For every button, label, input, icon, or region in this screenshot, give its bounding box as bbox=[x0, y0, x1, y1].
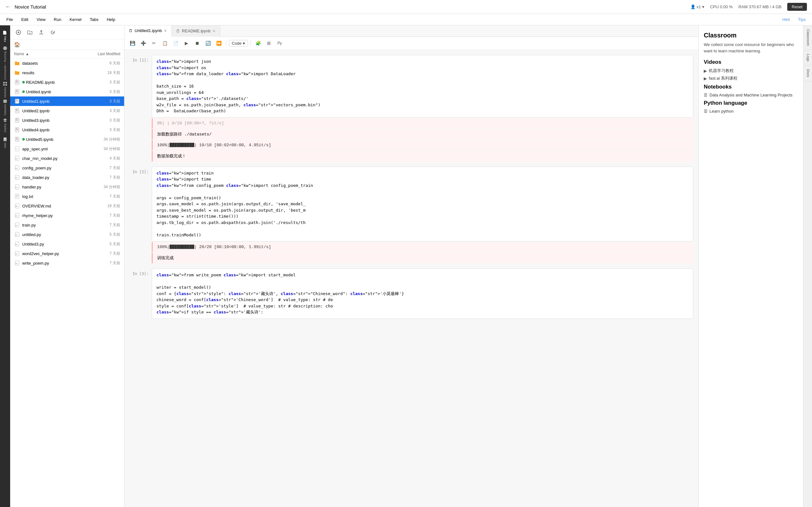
file-item[interactable]: py word2vec_helper.py 7 天前 bbox=[10, 249, 124, 258]
notebook-tab[interactable]: 🗒 README.ipynb ✕ bbox=[172, 25, 220, 37]
far-right-tab[interactable]: Logs bbox=[803, 50, 812, 66]
new-folder-button[interactable] bbox=[25, 28, 34, 37]
tab-icon: 🗒 bbox=[129, 29, 133, 33]
user-info[interactable]: 👤 x1 ▾ bbox=[691, 4, 704, 9]
file-name: Untitled1.ipynb bbox=[22, 99, 95, 104]
svg-rect-27 bbox=[16, 110, 18, 110]
output-text: 数据加载完成！ bbox=[152, 151, 693, 162]
file-item[interactable]: Untitled.ipynb 3 天前 bbox=[10, 87, 124, 97]
menu-file[interactable]: File bbox=[3, 15, 17, 24]
python-links: ☰Learn python bbox=[704, 109, 798, 114]
file-item[interactable]: results 18 天前 bbox=[10, 68, 124, 77]
tips-button[interactable]: Tips bbox=[794, 15, 809, 24]
far-right-tab[interactable]: Docs bbox=[803, 65, 812, 81]
code-editor[interactable]: class="kw">from write_poem class="kw">im… bbox=[152, 268, 693, 319]
file-date: 7 天前 bbox=[95, 222, 120, 228]
file-item[interactable]: Untitled3.ipynb 3 天前 bbox=[10, 115, 124, 125]
notebook-tab[interactable]: 🗒 Untitled1.ipynb ✕ bbox=[124, 25, 172, 37]
file-item[interactable]: Untitled4.ipynb 3 天前 bbox=[10, 125, 124, 134]
tab-close-button[interactable]: ✕ bbox=[212, 29, 216, 33]
output-progress: 100%|██████████| 20/20 [00:10<00:00, 1.9… bbox=[152, 242, 693, 252]
file-item[interactable]: README.ipynb 3 天前 bbox=[10, 77, 124, 87]
paste-button[interactable]: 📄 bbox=[171, 39, 180, 48]
sidebar-item-files[interactable]: Files bbox=[1, 28, 9, 44]
file-date: 6 天前 bbox=[95, 61, 120, 66]
menu-tabs[interactable]: Tabs bbox=[86, 15, 102, 24]
back-button[interactable]: ← bbox=[5, 3, 11, 10]
file-item[interactable]: py train.py 7 天前 bbox=[10, 220, 124, 230]
restart-button[interactable]: 🔄 bbox=[203, 39, 213, 48]
file-item[interactable]: py Untitled3.py 5 天前 bbox=[10, 239, 124, 249]
file-icon bbox=[14, 79, 20, 86]
file-item[interactable]: M OVERVIEW.md 18 天前 bbox=[10, 201, 124, 211]
menu-kernel[interactable]: Kernel bbox=[66, 15, 86, 24]
sidebar-item-jobs[interactable]: Jobs bbox=[1, 134, 9, 151]
file-item[interactable]: py char_rnn_model.py 4 天前 bbox=[10, 154, 124, 163]
file-icon: Y: bbox=[14, 146, 20, 152]
svg-rect-10 bbox=[4, 138, 6, 139]
menu-edit[interactable]: Edit bbox=[17, 15, 32, 24]
python-link[interactable]: ☰Learn python bbox=[704, 109, 798, 114]
extensions-button[interactable]: 🧩 bbox=[253, 39, 263, 48]
tab-bar: 🗒 Untitled1.ipynb ✕ 🗒 README.ipynb ✕ bbox=[124, 25, 698, 37]
file-item[interactable]: Untitled1.ipynb 3 天前 bbox=[10, 97, 124, 106]
code-editor[interactable]: class="kw">import train class="kw">impor… bbox=[152, 167, 693, 242]
run-button[interactable]: ▶ bbox=[181, 39, 191, 48]
file-item[interactable]: datasets 6 天前 bbox=[10, 58, 124, 68]
svg-text:py: py bbox=[15, 177, 17, 179]
sort-by-name[interactable]: Name ▲ bbox=[14, 52, 92, 56]
sidebar-item-deploy[interactable]: Deploy bbox=[1, 117, 9, 133]
cell-content[interactable]: class="kw">import train class="kw">impor… bbox=[152, 167, 693, 264]
tab-close-button[interactable]: ✕ bbox=[164, 29, 167, 33]
code-editor[interactable]: class="kw">import json class="kw">import… bbox=[152, 55, 693, 118]
svg-rect-26 bbox=[16, 109, 17, 110]
sidebar-item-running[interactable]: Running bbox=[1, 46, 9, 62]
kernel-label[interactable]: Py bbox=[275, 39, 284, 48]
cell-content[interactable]: class="kw">import json class="kw">import… bbox=[152, 55, 693, 162]
file-icon: py bbox=[14, 222, 20, 228]
status-dot bbox=[22, 81, 25, 83]
ram-info: RAM 370.67 MB / 4 GB bbox=[738, 4, 781, 9]
home-button[interactable]: 🏠 bbox=[10, 40, 124, 50]
refresh-button[interactable] bbox=[48, 28, 57, 37]
notebook-content: In [1]: class="kw">import json class="kw… bbox=[124, 50, 698, 507]
hint-button[interactable]: Hint bbox=[779, 15, 794, 24]
menu-help[interactable]: Help bbox=[103, 15, 119, 24]
file-date: 34 分钟前 bbox=[95, 146, 120, 152]
cut-button[interactable]: ✂ bbox=[149, 39, 159, 48]
stop-button[interactable]: ⏹ bbox=[193, 39, 202, 48]
grid-button[interactable]: ⊞ bbox=[264, 39, 274, 48]
copy-button[interactable]: 📋 bbox=[160, 39, 169, 48]
file-item[interactable]: py rhyme_helper.py 7 天前 bbox=[10, 211, 124, 220]
menu-run[interactable]: Run bbox=[50, 15, 65, 24]
video-link[interactable]: ▶fast.ai 系列课程 bbox=[704, 75, 798, 81]
run-all-button[interactable]: ⏩ bbox=[214, 39, 223, 48]
file-item[interactable]: log.txt 7 天前 bbox=[10, 191, 124, 201]
upload-button[interactable] bbox=[37, 28, 46, 37]
reset-button[interactable]: Reset bbox=[787, 3, 807, 11]
sidebar-item-modules[interactable]: Modules bbox=[1, 81, 9, 98]
menu-view[interactable]: View bbox=[33, 15, 49, 24]
video-link[interactable]: ▶机器学习教程 bbox=[704, 68, 798, 74]
save-button[interactable]: 💾 bbox=[127, 39, 137, 48]
svg-text:py: py bbox=[15, 243, 17, 245]
sidebar-item-datasets[interactable]: Datasets bbox=[1, 99, 9, 115]
file-item[interactable]: py handler.py 34 分钟前 bbox=[10, 182, 124, 191]
file-item[interactable]: Untitled2.ipynb 3 天前 bbox=[10, 106, 124, 115]
file-item[interactable]: py write_poem.py 7 天前 bbox=[10, 258, 124, 268]
far-right-tab[interactable]: Classroom bbox=[803, 25, 812, 50]
file-item[interactable]: Untitled5.ipynb 34 分钟前 bbox=[10, 134, 124, 144]
cell-content[interactable]: class="kw">from write_poem class="kw">im… bbox=[152, 268, 693, 319]
modified-label: Last Modified bbox=[92, 52, 120, 56]
file-item[interactable]: py data_loader.py 7 天前 bbox=[10, 173, 124, 182]
new-file-button[interactable] bbox=[14, 28, 23, 37]
file-item[interactable]: py untitled.py 5 天前 bbox=[10, 230, 124, 239]
cell-type-dropdown[interactable]: Code ▾ bbox=[229, 40, 248, 47]
classroom-desc: We collect some cool resource for beginn… bbox=[704, 42, 798, 54]
file-item[interactable]: Y: app_spec.yml 34 分钟前 bbox=[10, 144, 124, 154]
user-label: x1 bbox=[696, 4, 701, 9]
add-cell-button[interactable]: ➕ bbox=[139, 39, 148, 48]
file-item[interactable]: py config_poem.py 7 天前 bbox=[10, 163, 124, 173]
sidebar-item-commands[interactable]: Commands bbox=[1, 63, 9, 80]
notebook-link[interactable]: ☰Data Analysis and Machine Learning Proj… bbox=[704, 93, 798, 97]
